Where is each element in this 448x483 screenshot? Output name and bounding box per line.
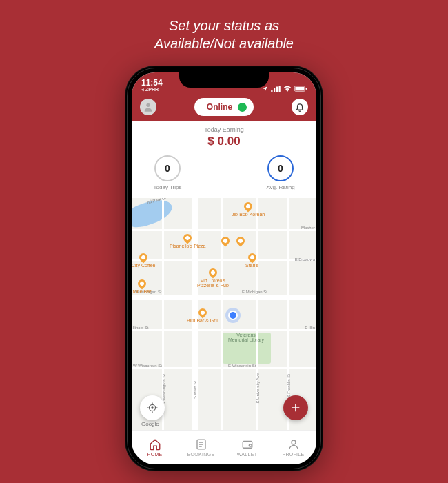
- avg-rating-value: 0: [267, 155, 294, 181]
- signal-icon: [271, 86, 281, 92]
- avg-rating-metric: 0 Avg. Rating: [245, 155, 316, 190]
- map-road: [221, 198, 223, 430]
- map-poi[interactable]: Pisanello's Pizza: [170, 234, 205, 248]
- nav-wallet[interactable]: WALLET: [224, 431, 270, 464]
- google-attribution: Google: [141, 421, 159, 427]
- street-label: S University Ave: [256, 373, 260, 404]
- status-time: 11:54: [141, 79, 163, 87]
- map-view[interactable]: nd Park Dr W Michigan St E Michigan St M…: [132, 198, 316, 430]
- map-poi[interactable]: Stan's: [245, 253, 258, 268]
- street-label: E Michigan St: [242, 290, 267, 294]
- svg-point-12: [292, 440, 296, 444]
- svg-point-9: [152, 407, 153, 408]
- svg-rect-2: [276, 87, 278, 92]
- locate-me-button[interactable]: [140, 395, 165, 420]
- street-label: S Washington St: [162, 374, 166, 404]
- add-fab-button[interactable]: [283, 395, 308, 420]
- nav-bookings-label: BOOKINGS: [187, 452, 215, 457]
- avg-rating-label: Avg. Rating: [245, 184, 316, 190]
- street-label: Mosher: [301, 226, 315, 230]
- svg-point-7: [146, 103, 150, 107]
- promo-caption: Set your status as Available/Not availab…: [0, 17, 448, 52]
- bottom-nav: HOME BOOKINGS WALLET PROFILE: [132, 430, 316, 464]
- svg-rect-0: [271, 90, 272, 92]
- plus-icon: [290, 402, 301, 413]
- street-label: W Wisconsin St: [133, 364, 162, 368]
- status-indicator-icon: [238, 103, 247, 112]
- earning-label: Today Earning: [132, 126, 316, 133]
- street-label: E Illin: [305, 326, 315, 330]
- wifi-icon: [283, 86, 292, 92]
- crosshair-icon: [146, 402, 159, 414]
- profile-avatar-button[interactable]: [140, 99, 156, 115]
- nav-home-label: HOME: [147, 452, 162, 457]
- home-icon: [149, 438, 161, 451]
- availability-label: Online: [207, 102, 232, 112]
- svg-rect-5: [295, 87, 304, 91]
- promo-line-2: Available/Not available: [0, 34, 448, 52]
- street-label: E Wisconsin St: [228, 364, 256, 368]
- profile-icon: [287, 438, 300, 451]
- map-poi[interactable]: [221, 237, 230, 246]
- street-label: llinois St: [133, 326, 148, 330]
- map-poi[interactable]: VeteransMemorial Library: [228, 333, 264, 342]
- svg-rect-1: [274, 88, 275, 92]
- map-poi[interactable]: [236, 237, 245, 246]
- street-label: E Broadwa: [295, 257, 315, 262]
- nav-profile-label: PROFILE: [282, 452, 304, 457]
- notifications-button[interactable]: [292, 99, 308, 115]
- wallet-icon: [241, 438, 254, 451]
- status-back-to-app[interactable]: ◂ ZPHR: [141, 87, 163, 92]
- street-label: S Franklin St: [287, 374, 291, 397]
- map-poi[interactable]: Jib-Bob Korean: [232, 202, 265, 217]
- phone-frame: 11:54 ◂ ZPHR Online Today Earn: [125, 66, 323, 471]
- today-trips-metric: 0 Today Trips: [132, 155, 203, 190]
- nav-profile[interactable]: PROFILE: [270, 431, 316, 464]
- phone-notch: [179, 72, 269, 88]
- promo-line-1: Set your status as: [0, 17, 448, 34]
- map-poi[interactable]: Vin Trofeo'sPizzeria & Pub: [197, 268, 229, 288]
- map-poi[interactable]: Bird Bar & Grill: [187, 308, 218, 323]
- nav-wallet-label: WALLET: [237, 452, 258, 457]
- current-location-marker: [228, 310, 238, 320]
- svg-rect-6: [306, 88, 307, 90]
- earning-summary-card: Today Earning $ 0.00 0 Today Trips 0 Avg…: [132, 121, 316, 197]
- today-trips-value: 0: [154, 155, 181, 181]
- today-trips-label: Today Trips: [132, 184, 203, 190]
- avatar-icon: [143, 101, 154, 112]
- svg-rect-3: [279, 86, 281, 92]
- availability-toggle[interactable]: Online: [194, 98, 254, 116]
- map-poi[interactable]: City Coffee: [132, 253, 156, 268]
- street-label: S Main St: [193, 381, 197, 399]
- nav-bookings[interactable]: BOOKINGS: [178, 431, 224, 464]
- map-poi[interactable]: tone Bar: [133, 279, 151, 294]
- battery-icon: [294, 86, 307, 92]
- bell-icon: [295, 102, 305, 112]
- earning-amount: $ 0.00: [132, 135, 316, 148]
- location-arrow-icon: [262, 86, 268, 92]
- app-header: Online: [132, 93, 316, 121]
- phone-screen: 11:54 ◂ ZPHR Online Today Earn: [132, 72, 316, 464]
- nav-home[interactable]: HOME: [132, 431, 178, 464]
- bookings-icon: [195, 438, 207, 451]
